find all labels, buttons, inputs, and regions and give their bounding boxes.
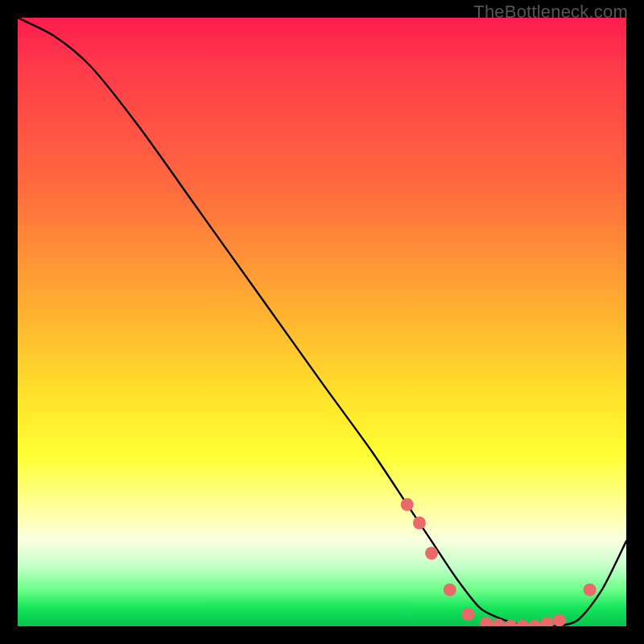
highlight-dot <box>541 617 554 626</box>
highlight-dot <box>516 620 529 626</box>
chart-container: TheBottleneck.com <box>0 0 644 644</box>
highlight-dot <box>529 620 542 626</box>
highlight-dot <box>425 547 438 559</box>
highlight-dot <box>461 608 474 621</box>
highlight-dot <box>401 498 414 511</box>
bottleneck-curve <box>18 18 626 626</box>
curve-svg <box>18 18 626 626</box>
highlight-dot <box>553 613 566 626</box>
highlight-dot <box>444 584 456 597</box>
highlight-dot <box>584 584 597 597</box>
plot-area <box>18 18 626 626</box>
highlight-dots <box>401 498 597 626</box>
highlight-dot <box>480 617 493 626</box>
highlight-dot <box>413 516 426 529</box>
